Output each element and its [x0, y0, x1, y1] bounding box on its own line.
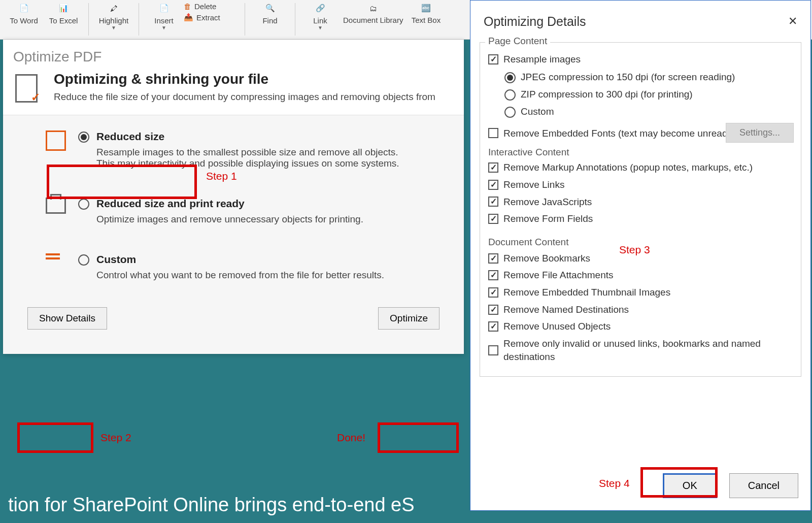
- option-custom[interactable]: Custom Control what you want to be remov…: [15, 253, 452, 281]
- highlight-button[interactable]: 🖍 Highlight ▼: [94, 0, 133, 37]
- page-content-fieldset: Page Content Resample images JPEG compre…: [480, 42, 801, 377]
- delete-icon: 🗑: [184, 2, 191, 11]
- custom-icon: [46, 253, 70, 278]
- label: To Word: [10, 16, 38, 25]
- dialog-title: Optimizing Details: [484, 14, 586, 29]
- label: Remove Named Destinations: [503, 303, 629, 316]
- remove-thumbnails-checkbox[interactable]: Remove Embedded Thumbnail Images: [488, 286, 793, 299]
- label: Extract: [196, 13, 220, 22]
- radio-custom[interactable]: [78, 254, 89, 266]
- checkbox-icon: [488, 321, 498, 332]
- checkbox-icon: [488, 287, 498, 298]
- settings-button: Settings...: [726, 123, 794, 143]
- cancel-button[interactable]: Cancel: [729, 473, 798, 498]
- close-icon[interactable]: ✕: [788, 15, 797, 28]
- remove-form-checkbox[interactable]: Remove Form Fields: [488, 212, 793, 225]
- label: Link: [313, 16, 327, 25]
- option-reduced-size[interactable]: Reduced size Resample images to the smal…: [15, 130, 452, 169]
- checkbox-icon: [488, 197, 498, 207]
- options-body: Reduced size Resample images to the smal…: [3, 115, 464, 354]
- remove-unused-checkbox[interactable]: Remove Unused Objects: [488, 320, 793, 333]
- option-desc: Optimize images and remove unnecessary o…: [96, 214, 411, 225]
- link-button[interactable]: 🔗 Link ▼: [300, 0, 340, 37]
- label: Text Box: [412, 16, 441, 25]
- radio-icon: [504, 107, 516, 118]
- option-reduced-print[interactable]: Reduced size and print ready Optimize im…: [15, 198, 452, 225]
- optimizing-details-dialog: Optimizing Details ✕ Page Content Resamp…: [470, 0, 811, 511]
- radio-icon: [504, 89, 516, 101]
- remove-named-checkbox[interactable]: Remove Named Destinations: [488, 303, 793, 316]
- checkbox-icon: [488, 345, 498, 355]
- library-icon: 🗂: [364, 0, 382, 16]
- word-icon: 📄: [15, 0, 33, 16]
- remove-bookmarks-checkbox[interactable]: Remove Bookmarks: [488, 252, 793, 265]
- subheading: Reduce the file size of your document by…: [54, 91, 435, 103]
- label: Remove Embedded Thumbnail Images: [503, 286, 670, 299]
- extract-button[interactable]: 📤 Extract: [184, 13, 240, 22]
- excel-icon: 📊: [54, 0, 73, 16]
- chevron-down-icon: ▼: [161, 25, 166, 30]
- radio-reduced-size[interactable]: [78, 132, 89, 143]
- separator: [295, 3, 295, 36]
- radio-icon: [504, 72, 516, 83]
- remove-attachments-checkbox[interactable]: Remove File Attachments: [488, 269, 793, 282]
- optimize-button[interactable]: Optimize: [378, 307, 439, 330]
- resample-images-checkbox[interactable]: Resample images: [488, 53, 793, 66]
- label: Resample images: [503, 53, 581, 66]
- document-library-button[interactable]: 🗂 Document Library: [340, 0, 406, 37]
- separator: [245, 3, 245, 36]
- show-details-button[interactable]: Show Details: [27, 307, 107, 330]
- to-word-button[interactable]: 📄 To Word: [4, 0, 44, 37]
- option-title: Reduced size: [96, 130, 411, 143]
- label: Remove File Attachments: [503, 269, 613, 282]
- chevron-down-icon: ▼: [111, 25, 116, 30]
- remove-links-checkbox[interactable]: Remove Links: [488, 178, 793, 191]
- optimize-pdf-panel: Optimize PDF Optimizing & shrinking your…: [3, 40, 464, 354]
- checkbox-icon: [488, 305, 498, 315]
- label: Remove JavaScripts: [503, 195, 592, 209]
- to-excel-button[interactable]: 📊 To Excel: [44, 0, 83, 37]
- text-box-button[interactable]: 🔤 Text Box: [406, 0, 446, 37]
- find-icon: 🔍: [261, 0, 279, 16]
- insert-page-icon: 📄: [155, 0, 173, 16]
- find-button[interactable]: 🔍 Find: [250, 0, 290, 37]
- option-desc: Control what you want to be removed from…: [96, 270, 411, 281]
- dialog-buttons: OK Cancel: [470, 466, 810, 510]
- page-verified-icon: [15, 74, 42, 103]
- highlight-icon: 🖍: [105, 0, 123, 16]
- checkbox-icon: [488, 270, 498, 280]
- label: ZIP compression to 300 dpi (for printing…: [521, 89, 693, 100]
- label: JPEG compression to 150 dpi (for screen …: [521, 72, 735, 83]
- heading: Optimizing & shrinking your file: [54, 71, 435, 87]
- label: Find: [262, 16, 277, 25]
- checkbox-icon: [488, 214, 498, 224]
- link-icon: 🔗: [311, 0, 329, 16]
- label: Remove Bookmarks: [503, 252, 590, 265]
- jpeg-150-radio[interactable]: JPEG compression to 150 dpi (for screen …: [504, 71, 793, 83]
- reduce-icon: [46, 130, 70, 155]
- label: Insert: [154, 16, 174, 25]
- checkbox-icon: [488, 54, 498, 64]
- option-title: Reduced size and print ready: [96, 198, 411, 210]
- text-box-icon: 🔤: [417, 0, 435, 16]
- remove-invalid-checkbox[interactable]: Remove only invalid or unused links, boo…: [488, 337, 793, 363]
- radio-reduced-print[interactable]: [78, 199, 89, 210]
- label: Remove Form Fields: [503, 212, 593, 225]
- label: Document Library: [343, 16, 403, 25]
- label: Highlight: [99, 16, 128, 25]
- insert-button[interactable]: 📄 Insert ▼: [144, 0, 184, 37]
- delete-extract-group: 🗑 Delete 📤 Extract: [184, 0, 240, 22]
- panel-title: Optimize PDF: [3, 40, 464, 71]
- delete-button[interactable]: 🗑 Delete: [184, 2, 240, 11]
- label: Remove Links: [503, 178, 564, 191]
- option-title: Custom: [96, 253, 411, 266]
- custom-compression-radio[interactable]: Custom: [504, 106, 793, 118]
- label: Remove Unused Objects: [503, 320, 611, 333]
- zip-300-radio[interactable]: ZIP compression to 300 dpi (for printing…: [504, 88, 793, 101]
- remove-js-checkbox[interactable]: Remove JavaScripts: [488, 195, 793, 209]
- chevron-down-icon: ▼: [318, 25, 323, 30]
- remove-markup-checkbox[interactable]: Remove Markup Annotations (popup notes, …: [488, 161, 793, 174]
- ok-button[interactable]: OK: [663, 473, 717, 498]
- extract-icon: 📤: [184, 13, 193, 22]
- interactive-content-subhead: Interactive Content: [488, 147, 793, 158]
